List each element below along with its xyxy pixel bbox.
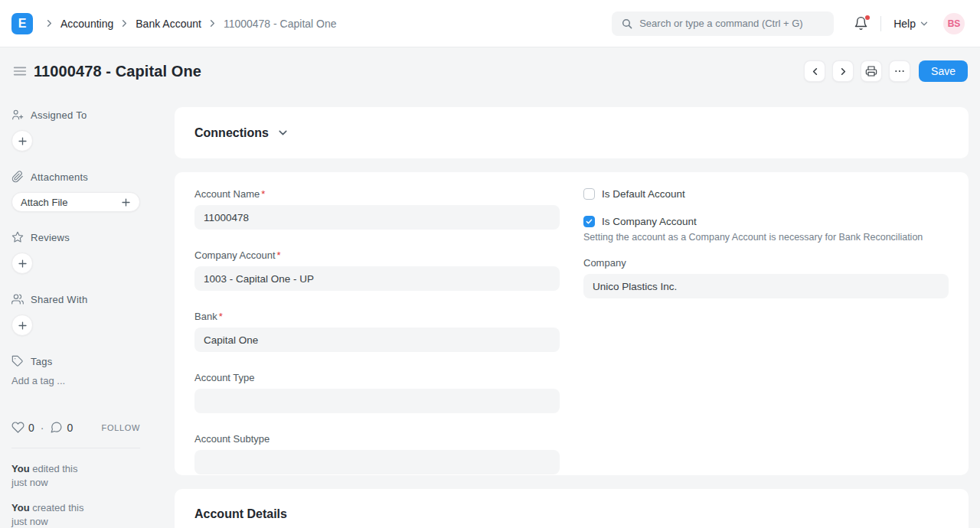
search-input[interactable]: Search or type a command (Ctrl + G) [612, 11, 834, 36]
bank-account-form-section: Account Name* 11000478 Company Account* … [175, 172, 969, 475]
timeline-action: edited this [30, 463, 78, 474]
chevron-right-icon [119, 18, 130, 29]
account-type-field[interactable] [194, 389, 560, 413]
add-assignment-button[interactable] [11, 130, 33, 152]
search-placeholder: Search or type a command (Ctrl + G) [639, 18, 803, 29]
company-field[interactable]: Unico Plastics Inc. [583, 274, 949, 298]
reviews-section: Reviews [11, 231, 140, 243]
social-row: 0 · 0 FOLLOW [11, 421, 140, 434]
field-label-account-name: Account Name* [194, 188, 560, 200]
breadcrumb-bank-account[interactable]: Bank Account [136, 18, 201, 30]
breadcrumb-current-record: 11000478 - Capital One [224, 18, 337, 30]
help-menu[interactable]: Help [893, 18, 929, 30]
form-sidebar: Assigned To Attachments Attach File Revi… [11, 109, 140, 386]
company-account-field[interactable]: 1003 - Capital One - UP [194, 266, 560, 291]
field-label-account-subtype: Account Subtype [194, 433, 560, 445]
form-column-right: Is Default Account Is Company Account Se… [583, 188, 949, 459]
sidebar-timeline: You edited this just now You created thi… [11, 462, 140, 528]
field-label-account-type: Account Type [194, 372, 560, 383]
chevron-right-icon [44, 18, 55, 29]
timeline-entry: You created this just now [11, 501, 140, 528]
navbar: E Accounting Bank Account 11000478 - Cap… [0, 0, 980, 47]
field-label-company-account: Company Account* [194, 249, 560, 261]
chevron-right-icon [207, 18, 218, 29]
page-head: 11000478 - Capital One Save [0, 47, 980, 95]
label-text: Account Name [194, 188, 260, 200]
breadcrumb: Accounting Bank Account 11000478 - Capit… [44, 18, 337, 30]
label-text: Company Account [194, 249, 276, 261]
check-icon [585, 217, 593, 226]
checkbox-label: Is Company Account [602, 216, 697, 227]
field-label-bank: Bank* [194, 311, 560, 322]
tags-section: Tags [11, 355, 140, 367]
account-details-title: Account Details [194, 507, 949, 521]
users-icon [11, 293, 24, 305]
add-review-button[interactable] [11, 253, 33, 274]
user-avatar[interactable]: BS [943, 13, 965, 34]
page-title: 11000478 - Capital One [34, 63, 201, 80]
star-icon [11, 231, 24, 243]
label-text: Account Subtype [194, 433, 270, 445]
checkbox-label: Is Default Account [602, 188, 685, 200]
label-text: Account Type [194, 372, 255, 383]
attach-file-button[interactable]: Attach File [11, 192, 140, 212]
timeline-entry: You edited this just now [11, 462, 140, 490]
user-plus-icon [11, 109, 24, 121]
print-button[interactable] [861, 60, 882, 82]
add-tag-input[interactable]: Add a tag ... [11, 375, 140, 386]
timeline-actor: You [11, 502, 30, 513]
app-logo-icon[interactable]: E [11, 13, 33, 34]
is-company-account-checkbox[interactable]: Is Company Account [583, 216, 949, 227]
tag-icon [11, 355, 24, 367]
assigned-to-label: Assigned To [31, 109, 87, 121]
account-details-section[interactable]: Account Details [175, 489, 969, 528]
required-marker: * [261, 188, 265, 200]
required-marker: * [277, 249, 281, 261]
connections-section[interactable]: Connections [175, 107, 969, 158]
label-text: Bank [194, 311, 217, 322]
form-column-left: Account Name* 11000478 Company Account* … [194, 188, 560, 459]
page-actions: Save [804, 60, 968, 82]
account-details-title-text: Account Details [194, 507, 287, 521]
comment-icon[interactable] [50, 421, 63, 434]
assigned-to-section: Assigned To [11, 109, 140, 121]
checkbox-unchecked[interactable] [583, 188, 595, 200]
reviews-label: Reviews [31, 232, 70, 243]
attachments-label: Attachments [31, 171, 88, 183]
separator-dot: · [41, 422, 44, 434]
breadcrumb-accounting[interactable]: Accounting [60, 18, 113, 30]
chevron-down-icon [276, 126, 289, 139]
navbar-right: Search or type a command (Ctrl + G) Help… [612, 11, 965, 36]
next-record-button[interactable] [832, 60, 854, 82]
previous-record-button[interactable] [804, 60, 825, 82]
notifications-bell-icon[interactable] [854, 16, 868, 31]
required-marker: * [219, 311, 223, 322]
follow-button[interactable]: FOLLOW [102, 423, 140, 432]
search-icon [621, 18, 633, 30]
shared-with-section: Shared With [11, 293, 140, 305]
field-label-company: Company [583, 257, 949, 269]
heart-icon[interactable] [11, 421, 24, 434]
account-subtype-field[interactable] [194, 450, 560, 474]
notification-dot [865, 15, 870, 20]
help-label: Help [893, 18, 916, 30]
sidebar-toggle-menu-icon[interactable] [11, 63, 28, 80]
save-button[interactable]: Save [919, 60, 968, 82]
timeline-action: created this [30, 502, 84, 513]
tags-label: Tags [31, 356, 53, 367]
label-text: Company [583, 257, 626, 269]
checkbox-checked[interactable] [583, 216, 595, 227]
bank-field[interactable]: Capital One [194, 328, 560, 352]
add-share-button[interactable] [11, 315, 33, 336]
is-default-account-checkbox[interactable]: Is Default Account [583, 188, 949, 200]
timeline-actor: You [11, 463, 30, 474]
connections-title: Connections [194, 126, 289, 140]
more-options-button[interactable] [889, 60, 910, 82]
account-name-field[interactable]: 11000478 [194, 205, 560, 230]
paperclip-icon [11, 171, 24, 183]
attach-file-label: Attach File [21, 197, 67, 208]
timeline-when: just now [11, 476, 140, 490]
chevron-down-icon [919, 18, 929, 29]
likes-count: 0 [28, 422, 34, 434]
comments-count: 0 [67, 422, 73, 434]
